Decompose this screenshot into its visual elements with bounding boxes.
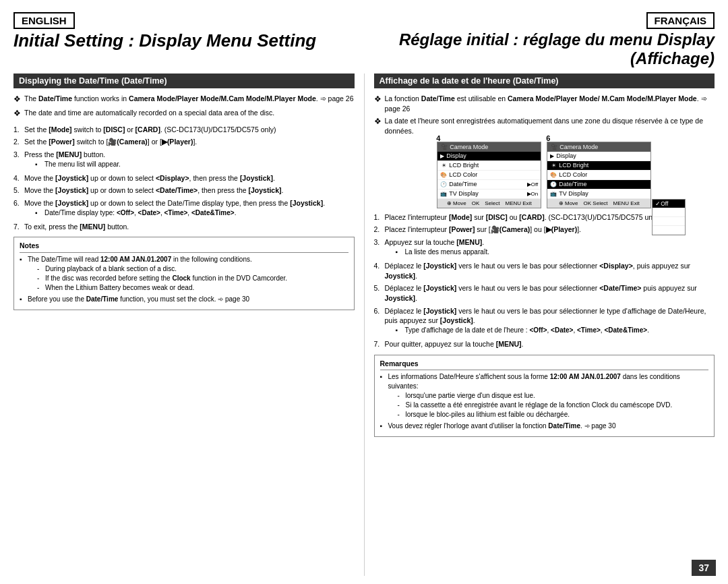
right-bullet-1: ❖ La fonction Date/Time est utilisable e… bbox=[374, 94, 715, 113]
left-bullet-list: ❖ The Date/Time function works in Camera… bbox=[13, 94, 355, 119]
menu4-container: 4 🎥 Camera Mode ▶ Display ☀ LCD Bright bbox=[437, 142, 541, 208]
diamond-icon-2: ❖ bbox=[13, 108, 22, 119]
menu4-row-tvdisplay: 📺 TV Display ▶On bbox=[437, 189, 541, 199]
arrow-icon-6a: ▶ bbox=[550, 153, 554, 159]
lcd-icon-6: ☀ bbox=[550, 162, 557, 169]
diamond-icon-4: ❖ bbox=[374, 116, 382, 136]
submenu-time: Time bbox=[653, 217, 685, 226]
lcd-icon-4: ☀ bbox=[440, 162, 447, 169]
menu4: 4 🎥 Camera Mode ▶ Display ☀ LCD Bright bbox=[437, 142, 541, 208]
header-row: ENGLISH Initial Setting : Display Menu S… bbox=[13, 12, 715, 68]
color-icon-6: 🎨 bbox=[550, 171, 557, 178]
menu6-submenu: ✓Off Date Time Date&Time bbox=[652, 199, 686, 235]
color-icon-4: 🎨 bbox=[440, 171, 447, 178]
english-lang-badge: ENGLISH bbox=[13, 12, 75, 29]
right-bullet-2: ❖ La date et l'heure sont enregistrées a… bbox=[374, 116, 715, 136]
clock-icon-6: 🕐 bbox=[550, 181, 557, 187]
menu6-header: 🎥 Camera Mode bbox=[547, 142, 650, 152]
side-arrow-off: ▶Off bbox=[527, 181, 539, 187]
menu4-row-lcdcolor: 🎨 LCD Color bbox=[437, 171, 541, 180]
header-right: FRANÇAIS Réglage initial : réglage du me… bbox=[364, 12, 715, 68]
right-step-4: 4. Déplacez le [Joystick] vers le haut o… bbox=[374, 261, 715, 281]
page-number: 37 bbox=[692, 560, 716, 576]
left-step-3: 3. Press the [MENU] button. ▪The menu li… bbox=[13, 150, 355, 171]
left-steps: 1. Set the [Mode] switch to [DISC] or [C… bbox=[13, 125, 355, 232]
tv-icon-4: 📺 bbox=[440, 190, 447, 197]
menu4-row-display: ▶ Display bbox=[437, 152, 541, 161]
left-notes-box: Notes ▪ The Date/Time will read 12:00 AM… bbox=[13, 237, 355, 310]
right-step-7: 7. Pour quitter, appuyez sur la touche [… bbox=[374, 339, 715, 349]
right-step-5: 5. Déplacez le [Joystick] vers le haut o… bbox=[374, 283, 715, 303]
left-section-heading: Displaying the Date/Time (Date/Time) bbox=[13, 74, 355, 88]
menu4-footer: ⊕ Move OK Select MENU Exit bbox=[437, 199, 541, 208]
left-note-1: ▪ The Date/Time will read 12:00 AM JAN.0… bbox=[20, 255, 348, 293]
submenu-date: Date bbox=[653, 208, 685, 217]
diamond-icon-3: ❖ bbox=[374, 94, 382, 113]
menu6-row-lcdbrigh: ☀ LCD Bright bbox=[547, 161, 650, 171]
menu4-number: 4 bbox=[436, 134, 440, 142]
two-col: Displaying the Date/Time (Date/Time) ❖ T… bbox=[13, 74, 715, 576]
left-step-2: 2. Set the [Power] switch to [🎥(Camera)]… bbox=[13, 137, 355, 147]
header-left: ENGLISH Initial Setting : Display Menu S… bbox=[13, 12, 364, 51]
submenu-datetime: Date&Time bbox=[653, 226, 685, 235]
menu6-footer: ⊕ Move OK Select MENU Exit bbox=[547, 199, 650, 208]
menu6-number: 6 bbox=[546, 134, 550, 142]
right-note-2: ▪ Vous devez régler l'horloge avant d'ut… bbox=[380, 421, 709, 431]
french-lang-badge: FRANÇAIS bbox=[646, 12, 715, 29]
right-bullet-list: ❖ La fonction Date/Time est utilisable e… bbox=[374, 94, 715, 136]
left-step-6: 6. Move the [Joystick] up or down to sel… bbox=[13, 198, 355, 219]
title-english: Initial Setting : Display Menu Setting bbox=[13, 30, 364, 51]
right-step-3: 3. Appuyez sur la touche [MENU]. ▪La lis… bbox=[374, 237, 715, 258]
submenu-off: ✓Off bbox=[653, 200, 685, 208]
right-notes-heading: Remarques bbox=[380, 359, 709, 371]
left-bullet-2: ❖ The date and time are automatically re… bbox=[13, 108, 355, 119]
menu6-row-datetime: 🕐 Date/Time ✓Off Date Time Date&Time bbox=[547, 180, 650, 189]
left-notes-heading: Notes bbox=[20, 241, 348, 253]
left-step-7: 7. To exit, press the [MENU] button. bbox=[13, 222, 355, 232]
left-step-4: 4. Move the [Joystick] up or down to sel… bbox=[13, 173, 355, 183]
left-bullet-1: ❖ The Date/Time function works in Camera… bbox=[13, 94, 355, 105]
clock-icon-4: 🕐 bbox=[440, 181, 447, 187]
menu6-row-tvdisplay: 📺 TV Display bbox=[547, 189, 650, 199]
menu6: 6 🎥 Camera Mode ▶ Display ☀ LCD Bright bbox=[547, 142, 651, 208]
diamond-icon-1: ❖ bbox=[13, 94, 22, 105]
side-arrow-on: ▶On bbox=[527, 191, 539, 197]
tv-icon-6: 📺 bbox=[550, 190, 557, 197]
menu6-container: 6 🎥 Camera Mode ▶ Display ☀ LCD Bright bbox=[547, 142, 651, 208]
menu-diagram-area: 4 🎥 Camera Mode ▶ Display ☀ LCD Bright bbox=[374, 142, 715, 208]
arrow-icon-4: ▶ bbox=[440, 153, 444, 159]
page: ENGLISH Initial Setting : Display Menu S… bbox=[0, 0, 728, 584]
col-right: Affichage de la date et de l'heure (Date… bbox=[365, 74, 715, 576]
left-step-1: 1. Set the [Mode] switch to [DISC] or [C… bbox=[13, 125, 355, 135]
menu4-header: 🎥 Camera Mode bbox=[437, 142, 541, 152]
right-section-heading: Affichage de la date et de l'heure (Date… bbox=[374, 74, 715, 88]
right-note-1: ▪ Les informations Date/Heure s'affichen… bbox=[380, 372, 709, 419]
menu4-row-lcdbrigh: ☀ LCD Bright bbox=[437, 161, 541, 171]
menu4-row-datetime: 🕐 Date/Time ▶Off bbox=[437, 180, 541, 189]
camera-icon-4: 🎥 bbox=[440, 144, 448, 150]
left-step-5: 5. Move the [Joystick] up or down to sel… bbox=[13, 185, 355, 196]
right-step-6: 6. Déplacez le [Joystick] vers le haut o… bbox=[374, 306, 715, 337]
left-note-2: ▪ Before you use the Date/Time function,… bbox=[20, 295, 348, 304]
menu6-row-lcdcolor: 🎨 LCD Color bbox=[547, 171, 650, 180]
title-french: Réglage initial : réglage du menu Displa… bbox=[364, 30, 715, 68]
camera-icon-6: 🎥 bbox=[550, 144, 557, 150]
col-left: Displaying the Date/Time (Date/Time) ❖ T… bbox=[13, 74, 365, 576]
menu6-row-display: ▶ Display bbox=[547, 152, 650, 161]
right-notes-box: Remarques ▪ Les informations Date/Heure … bbox=[374, 355, 715, 438]
